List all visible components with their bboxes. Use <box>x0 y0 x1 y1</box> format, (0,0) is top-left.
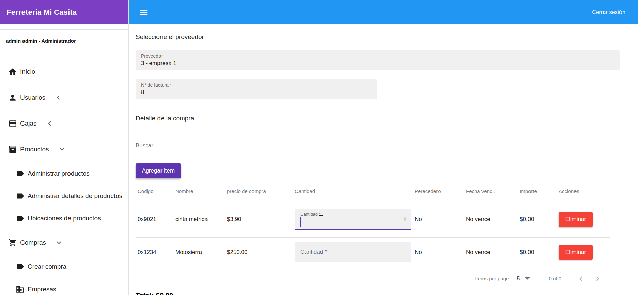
spacer <box>0 24 128 29</box>
text-caret <box>300 217 301 227</box>
column-header-precio: precio de compra <box>227 188 295 194</box>
sidebar-item-label: Inicio <box>20 68 35 76</box>
cell-codigo: 0x9021 <box>138 216 175 223</box>
proveedor-label: Proveedor <box>141 53 614 59</box>
chevron-right-icon <box>593 274 602 283</box>
sidebar-item-label: Empresas <box>28 286 56 293</box>
eliminar-button[interactable]: Eliminar <box>559 212 593 227</box>
table-header-row: Codigo Nombre precio de compra Cantidad … <box>136 181 610 201</box>
app-title-bar: Ferreteria Mi Casita <box>0 0 128 24</box>
cell-precio: $3.90 <box>227 216 295 223</box>
factura-input[interactable]: N° de factura * 8 <box>136 79 377 99</box>
page-range-label: 0 of 0 <box>549 276 561 281</box>
column-header-fecha: Fecha venc.. <box>466 188 520 194</box>
previous-page-button[interactable] <box>576 274 586 283</box>
sidebar-item-productos[interactable]: Productos <box>0 136 128 162</box>
text-cursor-icon <box>318 215 324 225</box>
label-icon <box>16 262 25 271</box>
main-area: Cerrar sesión Seleccione el proveedor Pr… <box>129 0 644 295</box>
sidebar-item-label: Crear compra <box>28 263 66 271</box>
number-spinner-icon[interactable] <box>401 215 409 223</box>
menu-toggle-button[interactable] <box>139 7 149 17</box>
cart-icon <box>8 238 17 247</box>
chevron-down-icon <box>58 145 66 154</box>
sidebar-item-administrar-productos[interactable]: Administrar productos <box>0 162 128 185</box>
table-paginator: Items per page: 5 0 of 0 <box>136 267 610 290</box>
sidebar-item-ubicaciones[interactable]: Ubicaciones de productos <box>0 207 128 230</box>
label-icon <box>16 169 25 178</box>
cell-importe: $0.00 <box>520 249 559 256</box>
logout-button[interactable]: Cerrar sesión <box>592 9 625 15</box>
proveedor-value: 3 - empresa 1 <box>141 60 614 67</box>
sidebar: Ferreteria Mi Casita admin admin - Admin… <box>0 0 129 295</box>
home-icon <box>8 67 17 76</box>
column-header-acciones: Acciones <box>559 188 610 194</box>
cell-cantidad: Cantidad * <box>295 242 415 262</box>
sidebar-item-empresas[interactable]: Empresas <box>0 278 128 295</box>
table-row: 0x9021 cinta metrica $3.90 Cantidad * <box>136 201 610 238</box>
cantidad-input[interactable]: Cantidad * <box>295 242 411 262</box>
cell-precio: $250.00 <box>227 249 295 256</box>
sidebar-item-label: Usuarios <box>20 94 45 101</box>
chevron-left-icon <box>45 119 54 128</box>
items-table: Codigo Nombre precio de compra Cantidad … <box>136 181 610 267</box>
next-page-button[interactable] <box>593 274 602 283</box>
building-icon <box>16 285 25 294</box>
chevron-left-icon <box>54 93 63 102</box>
sidebar-item-label: Cajas <box>20 120 37 127</box>
cantidad-input[interactable]: Cantidad * <box>295 209 411 230</box>
person-icon <box>8 93 17 102</box>
factura-value: 8 <box>141 89 371 96</box>
column-header-codigo: Codigo <box>138 188 175 194</box>
page-size-value: 5 <box>517 276 520 282</box>
search-input[interactable]: Buscar <box>136 142 208 152</box>
cell-fecha-venc: No vence <box>466 249 520 256</box>
card-icon <box>8 119 17 128</box>
inventory-icon <box>8 145 17 154</box>
cell-nombre: cinta metrica <box>175 216 227 223</box>
hamburger-icon <box>139 7 149 17</box>
column-header-nombre: Nombre <box>175 188 227 194</box>
cell-cantidad: Cantidad * <box>295 209 415 230</box>
sidebar-item-inicio[interactable]: Inicio <box>0 59 128 85</box>
page-size-select[interactable]: 5 <box>517 276 530 282</box>
current-user-label: admin admin - Administrador <box>0 30 128 52</box>
proveedor-select[interactable]: Proveedor 3 - empresa 1 <box>136 50 620 70</box>
agregar-item-button[interactable]: Agregar item <box>136 163 181 178</box>
column-header-perecedero: Perecedero <box>415 188 466 194</box>
eliminar-button[interactable]: Eliminar <box>559 245 593 260</box>
cell-acciones: Eliminar <box>559 212 610 227</box>
sidebar-item-compras[interactable]: Compras <box>0 230 128 255</box>
sidebar-item-cajas[interactable]: Cajas <box>0 110 128 136</box>
label-icon <box>16 214 25 223</box>
sidebar-item-label: Administrar productos <box>28 170 90 177</box>
page-scrollbar[interactable] <box>638 0 644 295</box>
chevron-down-icon <box>55 238 63 247</box>
total-value: $0.00 <box>156 292 173 295</box>
dropdown-arrow-icon <box>525 277 530 280</box>
sidebar-item-label: Ubicaciones de productos <box>28 215 101 222</box>
page-content: Seleccione el proveedor Proveedor 3 - em… <box>129 33 638 295</box>
chevron-left-icon <box>576 274 586 283</box>
sidebar-item-usuarios[interactable]: Usuarios <box>0 85 128 110</box>
provider-section-title: Seleccione el proveedor <box>136 33 638 41</box>
sidebar-item-label: Productos <box>20 146 49 153</box>
cell-nombre: Motosierra <box>175 249 227 256</box>
label-icon <box>16 192 25 200</box>
detail-section-title: Detalle de la compra <box>136 115 638 122</box>
cell-perecedero: No <box>415 216 466 223</box>
table-row: 0x1234 Motosierra $250.00 Cantidad * No … <box>136 238 610 267</box>
column-header-importe: Importe <box>520 188 559 194</box>
cantidad-label: Cantidad * <box>300 249 327 255</box>
total-row: Total:$0.00 <box>136 292 638 295</box>
cell-fecha-venc: No vence <box>466 216 520 223</box>
sidebar-menu: Inicio Usuarios Cajas <box>0 52 128 295</box>
total-label: Total: <box>136 292 153 295</box>
app-root: Ferreteria Mi Casita admin admin - Admin… <box>0 0 644 295</box>
sidebar-item-administrar-detalles[interactable]: Administrar detalles de productos <box>0 185 128 207</box>
factura-label: N° de factura * <box>141 82 371 88</box>
column-header-cantidad: Cantidad <box>295 188 415 194</box>
sidebar-item-crear-compra[interactable]: Crear compra <box>0 255 128 278</box>
cell-perecedero: No <box>415 249 466 256</box>
sidebar-item-label: Compras <box>20 239 46 246</box>
